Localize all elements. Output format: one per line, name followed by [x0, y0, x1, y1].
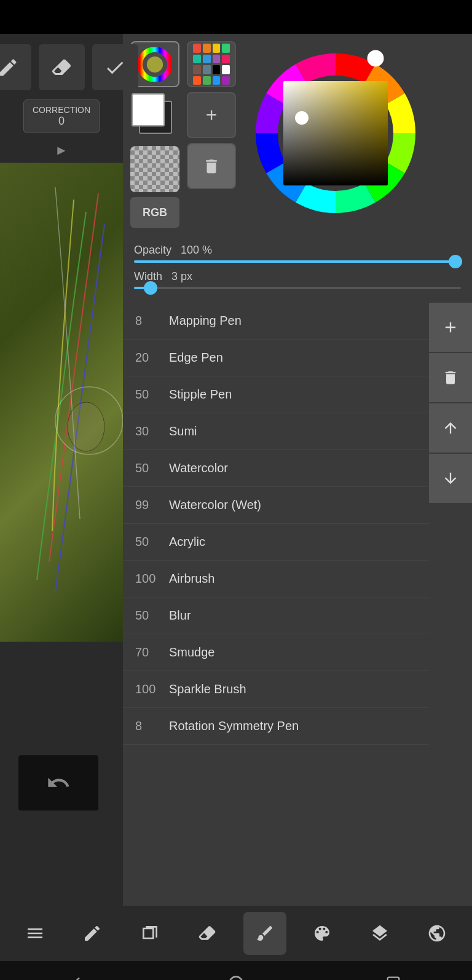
undo-icon: [46, 771, 71, 795]
eraser-tool-btn[interactable]: [39, 44, 85, 90]
palette-btn[interactable]: [301, 912, 344, 955]
color-wheel-svg: [243, 41, 428, 225]
select-icon: [140, 924, 160, 943]
menu-icon: [25, 924, 45, 943]
add-brush-btn[interactable]: [429, 303, 472, 352]
palette-cell[interactable]: [203, 76, 211, 85]
layers-btn[interactable]: [358, 912, 401, 955]
palette-cell[interactable]: [213, 55, 221, 64]
checkmark-icon: [104, 56, 126, 79]
trash-icon: [202, 157, 221, 176]
brush-name: Edge Pen: [169, 351, 223, 365]
brush-icon: [255, 924, 275, 943]
recent-nav-btn[interactable]: [378, 968, 409, 981]
brush-num: 50: [135, 461, 169, 475]
brush-num: 30: [135, 424, 169, 438]
delete-color-btn[interactable]: [187, 143, 236, 189]
palette-cell[interactable]: [222, 65, 230, 74]
pencil-tool-btn[interactable]: [0, 44, 31, 90]
width-thumb[interactable]: [144, 281, 157, 295]
erase-icon: [197, 924, 217, 943]
palette-cell[interactable]: [193, 55, 201, 64]
expand-arrow[interactable]: ►: [55, 142, 68, 158]
settings-btn[interactable]: [415, 912, 458, 955]
brush-list-item[interactable]: 50Blur: [123, 597, 429, 634]
width-unit: px: [181, 270, 192, 282]
settings-icon: [427, 924, 447, 943]
swatch-front: [132, 93, 165, 126]
palette-cell[interactable]: [193, 44, 201, 53]
svg-point-6: [296, 112, 308, 124]
transparency-btn[interactable]: [130, 146, 179, 192]
svg-point-3: [147, 56, 163, 72]
checkmark-tool-btn[interactable]: [92, 44, 138, 90]
palette-grid: [191, 41, 232, 87]
color-wheel-container[interactable]: [243, 41, 428, 225]
brush-list-item[interactable]: 50Acrylic: [123, 524, 429, 561]
brush-num: 8: [135, 719, 169, 733]
edit-btn[interactable]: [71, 912, 114, 955]
palette-grid-btn[interactable]: [187, 41, 236, 87]
canvas-drawing: [0, 163, 123, 642]
select-btn[interactable]: [128, 912, 171, 955]
add-color-btn[interactable]: +: [187, 92, 236, 138]
palette-cell[interactable]: [213, 65, 221, 74]
arrow-down-icon: [442, 470, 459, 487]
right-panel: RGB +: [123, 34, 472, 906]
opacity-thumb[interactable]: [449, 255, 462, 268]
tool-row-top: [0, 42, 141, 93]
move-down-btn[interactable]: [429, 454, 472, 503]
brush-name: Stipple Pen: [169, 387, 232, 402]
palette-cell[interactable]: [203, 65, 211, 74]
delete-brush-btn[interactable]: [429, 353, 472, 402]
opacity-track[interactable]: [134, 260, 461, 263]
brush-list-item[interactable]: 50Stipple Pen: [123, 376, 429, 413]
palette-cell[interactable]: [193, 76, 201, 85]
opacity-label: Opacity 100 %: [134, 244, 461, 257]
correction-button[interactable]: CORRECTION 0: [23, 99, 100, 133]
palette-cell[interactable]: [222, 44, 230, 53]
left-sidebar: CORRECTION 0 ►: [0, 34, 123, 906]
palette-cell[interactable]: [213, 76, 221, 85]
brush-list-item[interactable]: 8Mapping Pen: [123, 303, 429, 340]
back-nav-btn[interactable]: [63, 968, 94, 981]
correction-label: CORRECTION: [33, 105, 90, 115]
brush-list-item[interactable]: 20Edge Pen: [123, 340, 429, 376]
brush-num: 99: [135, 498, 169, 512]
menu-btn[interactable]: [14, 912, 57, 955]
brush-list-item[interactable]: 50Watercolor: [123, 450, 429, 487]
palette-cell[interactable]: [222, 55, 230, 64]
move-up-btn[interactable]: [429, 403, 472, 453]
brush-list-item[interactable]: 100Sparkle Brush: [123, 671, 429, 708]
delete-icon: [442, 369, 459, 386]
palette-cell[interactable]: [193, 65, 201, 74]
svg-point-8: [230, 976, 243, 980]
brush-btn[interactable]: [243, 912, 286, 955]
undo-thumbnail[interactable]: [18, 755, 98, 811]
svg-rect-5: [283, 81, 388, 185]
opacity-row: Opacity 100 %: [134, 244, 461, 263]
brush-num: 50: [135, 609, 169, 623]
correction-value: 0: [33, 115, 90, 128]
palette-cell[interactable]: [213, 44, 221, 53]
palette-cell[interactable]: [222, 76, 230, 85]
brush-list-item[interactable]: 70Smudge: [123, 634, 429, 671]
width-track[interactable]: [134, 287, 461, 289]
top-bar: [0, 0, 472, 34]
palette-cell[interactable]: [203, 44, 211, 53]
brush-list-item[interactable]: 100Airbrush: [123, 561, 429, 597]
palette-cell[interactable]: [203, 55, 211, 64]
erase-btn[interactable]: [186, 912, 229, 955]
color-swatch-wrapper[interactable]: [130, 92, 179, 141]
recent-icon: [385, 974, 402, 981]
brush-list-item[interactable]: 30Sumi: [123, 413, 429, 450]
brush-list-item[interactable]: 99Watercolor (Wet): [123, 487, 429, 524]
layers-icon: [370, 924, 390, 943]
rgb-mode-btn[interactable]: RGB: [130, 197, 179, 228]
brush-list-item[interactable]: 8Rotation Symmetry Pen: [123, 708, 429, 745]
brush-list: 8Mapping Pen20Edge Pen50Stipple Pen30Sum…: [123, 303, 429, 906]
opacity-unit: %: [202, 244, 212, 256]
system-nav: [0, 961, 472, 980]
home-nav-btn[interactable]: [221, 968, 251, 981]
brush-name: Watercolor (Wet): [169, 498, 261, 512]
